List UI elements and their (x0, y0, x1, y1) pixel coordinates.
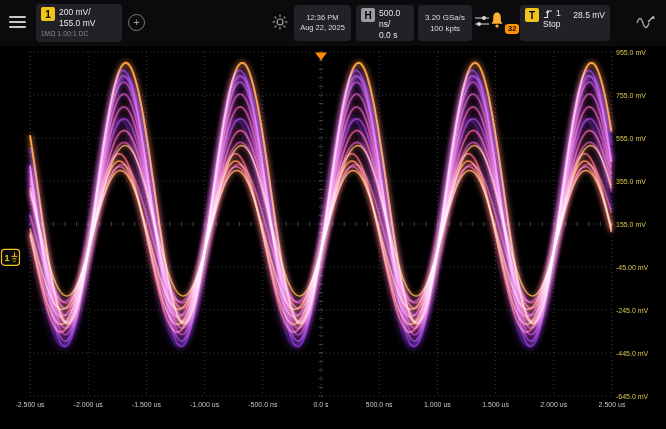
trigger-source: 1 (556, 8, 561, 19)
trigger-badge: T (525, 8, 539, 22)
notification-count-badge[interactable]: 32 (505, 24, 519, 34)
memory-depth: 100 kpts (430, 23, 460, 34)
clock-date: Aug 22, 2025 (300, 23, 345, 33)
menu-icon[interactable] (9, 13, 27, 31)
top-toolbar: 1 200 mV/ 155.0 mV 1MΩ 1.00:1 DC + 12:36… (0, 0, 666, 46)
svg-text:1: 1 (4, 253, 9, 263)
trigger-time-marker[interactable] (315, 53, 327, 61)
waveform-display[interactable]: 1 (0, 46, 666, 429)
controls-sliders-icon[interactable] (474, 14, 490, 28)
trigger-slope-icon (543, 9, 553, 19)
clock-time: 12:36 PM (306, 13, 338, 23)
horizontal-controls[interactable]: H 500.0 ns/ 0.0 s (356, 5, 414, 41)
channel-1-coupling: 1MΩ 1.00:1 DC (41, 30, 117, 37)
waveform-tools-icon[interactable] (636, 12, 656, 30)
channel-1-ground-marker[interactable]: 1 (2, 249, 20, 265)
acquisition-info[interactable]: 3.20 GSa/s 100 kpts (418, 5, 472, 41)
add-channel-button[interactable]: + (128, 14, 145, 31)
trigger-level: 28.5 mV (573, 10, 605, 20)
trigger-status: Stop (543, 19, 561, 30)
delay-value: 0.0 s (379, 30, 409, 41)
channel-1-badge: 1 (41, 7, 55, 21)
notification-bell-icon[interactable] (489, 11, 505, 29)
display-brightness-icon[interactable] (272, 14, 288, 30)
channel-1-controls[interactable]: 1 200 mV/ 155.0 mV 1MΩ 1.00:1 DC (36, 4, 122, 42)
trigger-controls[interactable]: T 1 Stop 28.5 mV (520, 5, 610, 41)
timebase-value: 500.0 ns/ (379, 8, 409, 30)
channel-1-offset: 155.0 mV (59, 18, 95, 29)
horizontal-badge: H (361, 8, 375, 22)
channel-1-scale: 200 mV/ (59, 7, 95, 18)
sample-rate: 3.20 GSa/s (425, 12, 465, 23)
clock[interactable]: 12:36 PM Aug 22, 2025 (294, 5, 351, 41)
